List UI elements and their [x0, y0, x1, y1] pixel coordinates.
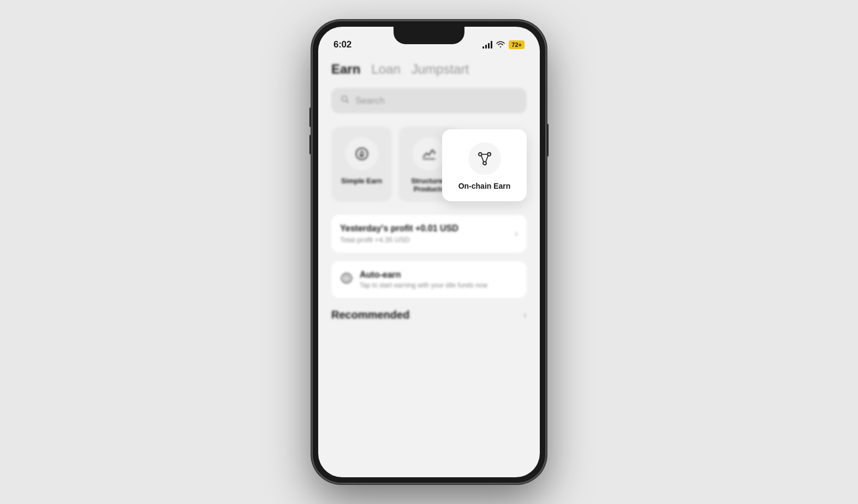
auto-earn-title: Auto-earn: [360, 270, 487, 280]
profit-texts: Yesterday's profit +0.01 USD Total profi…: [340, 224, 458, 244]
tab-earn[interactable]: Earn: [331, 62, 360, 77]
phone-notch: [394, 27, 464, 44]
search-placeholder: Search: [355, 95, 385, 106]
tab-jumpstart[interactable]: Jumpstart: [412, 62, 469, 77]
screen-content: Earn Loan Jumpstart: [318, 55, 540, 321]
auto-earn-sub: Tap to start earning with your idle fund…: [360, 281, 487, 289]
recommended-header: Recommended ›: [331, 309, 527, 321]
wifi-icon: [496, 40, 505, 50]
phone-wrapper: 6:02 72+: [312, 20, 546, 484]
simple-earn-icon-circle: [345, 137, 378, 170]
power-button: [546, 124, 549, 157]
nav-tabs: Earn Loan Jumpstart: [331, 59, 527, 77]
profit-chevron-icon: ›: [515, 228, 518, 239]
svg-point-4: [344, 276, 349, 280]
auto-earn-icon: [340, 272, 353, 288]
signal-icon: [482, 41, 492, 49]
structured-products-icon-circle: [413, 137, 445, 170]
on-chain-earn-popup: On-chain Earn: [442, 129, 527, 201]
phone-screen: 6:02 72+: [318, 27, 540, 477]
category-on-chain-earn[interactable]: On-chain Earn: [442, 129, 527, 201]
svg-point-1: [356, 148, 367, 160]
auto-earn-section[interactable]: Auto-earn Tap to start earning with your…: [331, 261, 527, 298]
profit-section[interactable]: Yesterday's profit +0.01 USD Total profi…: [331, 215, 527, 253]
simple-earn-icon: [354, 146, 370, 161]
status-icons: 72+: [482, 40, 525, 50]
phone-frame: 6:02 72+: [312, 20, 546, 484]
on-chain-earn-icon-circle: [468, 142, 501, 175]
on-chain-earn-label: On-chain Earn: [458, 182, 511, 190]
profit-sub: Total profit +4.35 USD: [340, 236, 458, 244]
on-chain-earn-icon: [477, 151, 492, 166]
recommended-title: Recommended: [331, 309, 409, 321]
status-time: 6:02: [333, 39, 351, 50]
battery-badge: 72+: [509, 40, 525, 49]
tab-loan[interactable]: Loan: [371, 62, 400, 77]
simple-earn-label: Simple Earn: [341, 177, 382, 185]
search-icon: [340, 94, 350, 107]
search-bar[interactable]: Search: [331, 88, 527, 113]
structured-products-icon: [421, 146, 437, 161]
auto-earn-texts: Auto-earn Tap to start earning with your…: [360, 270, 487, 289]
profit-main: Yesterday's profit +0.01 USD: [340, 224, 458, 233]
category-simple-earn[interactable]: Simple Earn: [331, 127, 392, 202]
recommended-chevron-icon: ›: [523, 309, 527, 321]
